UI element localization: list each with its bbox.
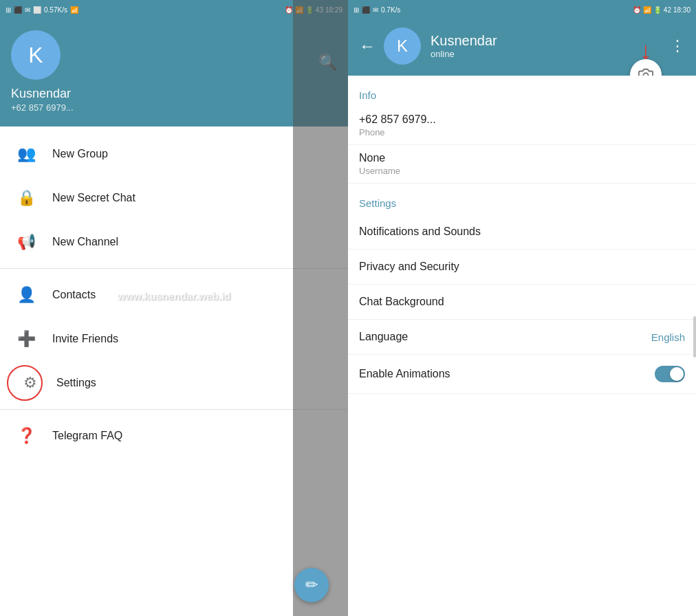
menu-list: 👥 New Group 🔒 New Secret Chat 📢 New Chan… (0, 126, 348, 616)
new-secret-chat-icon: 🔒 (14, 186, 39, 210)
invite-friends-icon: ➕ (14, 327, 39, 351)
contacts-label: Contacts (52, 289, 96, 301)
right-user-status: online (431, 49, 664, 59)
left-avatar: K (11, 30, 61, 80)
language-label: Language (359, 331, 408, 343)
right-status-bar: ⊞ ⬛ ✉ 0.7K/s ⏰ 📶 🔋 42 18:30 (348, 0, 696, 19)
menu-item-telegram-faq[interactable]: ❓ Telegram FAQ (0, 414, 348, 458)
left-status-bar: ⊞ ⬛ ✉ ⬜ 0.57K/s 📶 ⏰ 📶 🔋 43 18:29 (0, 0, 348, 19)
menu-item-contacts[interactable]: 👤 Contacts (0, 273, 348, 317)
left-username: Kusnendar (11, 87, 337, 101)
search-icon[interactable]: 🔍 (318, 54, 337, 72)
invite-friends-label: Invite Friends (52, 333, 118, 345)
more-options-button[interactable]: ⋮ (670, 37, 685, 55)
left-status-icons: ⊞ ⬛ ✉ ⬜ 0.57K/s 📶 (6, 6, 78, 14)
right-battery-level: 42 (664, 6, 671, 14)
scroll-indicator (693, 316, 696, 358)
phone-row: +62 857 6979... Phone (348, 107, 696, 145)
menu-item-new-group[interactable]: 👥 New Group (0, 132, 348, 176)
right-username: Kusnendar (431, 33, 664, 49)
new-secret-chat-label: New Secret Chat (52, 192, 135, 204)
right-clock-icon: ⏰ (633, 6, 641, 14)
contacts-icon: 👤 (14, 283, 39, 307)
right-content: Info +62 857 6979... Phone None Username… (348, 76, 696, 616)
right-app-icon-3: ✉ (373, 6, 378, 14)
enable-animations-row[interactable]: Enable Animations (348, 355, 696, 394)
battery-icon: 🔋 (305, 6, 314, 14)
app-icon-3: ✉ (25, 6, 30, 14)
new-channel-icon: 📢 (14, 230, 39, 254)
right-status-icons: ⏰ 📶 🔋 43 18:29 (285, 6, 342, 14)
new-channel-label: New Channel (52, 236, 118, 248)
left-panel: ⊞ ⬛ ✉ ⬜ 0.57K/s 📶 ⏰ 📶 🔋 43 18:29 K Kusne… (0, 0, 348, 616)
phone-label: Phone (359, 127, 685, 138)
language-value: English (651, 331, 685, 343)
right-speed: 0.7K/s (381, 6, 400, 14)
menu-item-new-channel[interactable]: 📢 New Channel (0, 220, 348, 264)
back-button[interactable]: ← (359, 36, 376, 56)
right-status-right-icons: ⏰ 📶 🔋 42 18:30 (633, 6, 690, 14)
notifications-sounds-label: Notifications and Sounds (359, 226, 481, 238)
clock-icon: ⏰ (285, 6, 293, 14)
right-battery-icon: 🔋 (653, 6, 662, 14)
right-panel: ⊞ ⬛ ✉ 0.7K/s ⏰ 📶 🔋 42 18:30 ← K Kusnenda… (348, 0, 696, 616)
time-left: 18:29 (325, 6, 342, 14)
right-status-left-icons: ⊞ ⬛ ✉ 0.7K/s (354, 6, 400, 14)
right-app-icon-2: ⬛ (362, 6, 370, 14)
left-header: K Kusnendar +62 857 6979... 🔍 (0, 19, 348, 126)
menu-item-invite-friends[interactable]: ➕ Invite Friends (0, 317, 348, 361)
chat-background-row[interactable]: Chat Background (348, 285, 696, 320)
menu-item-settings[interactable]: ⚙ Settings (0, 361, 348, 405)
menu-item-new-secret-chat[interactable]: 🔒 New Secret Chat (0, 176, 348, 220)
fab-button[interactable]: ✏ (294, 568, 329, 602)
phone-value: +62 857 6979... (359, 113, 685, 126)
right-time: 18:30 (673, 6, 690, 14)
animations-toggle[interactable] (655, 366, 685, 382)
settings-icon: ⚙ (18, 371, 43, 395)
new-group-label: New Group (52, 148, 108, 160)
faq-icon: ❓ (14, 424, 39, 448)
left-userphone: +62 857 6979... (11, 102, 337, 113)
menu-divider-1 (0, 268, 348, 269)
speed-indicator: 0.57K/s (44, 6, 67, 14)
app-icon-2: ⬛ (14, 6, 22, 14)
settings-label: Settings (56, 377, 96, 389)
chat-background-label: Chat Background (359, 296, 444, 308)
new-group-icon: 👥 (14, 142, 39, 166)
enable-animations-label: Enable Animations (359, 368, 450, 380)
right-header: ← K Kusnendar online ⋮ ↓ (348, 19, 696, 76)
wifi-icon: 📶 (295, 6, 303, 14)
app-icon-4: ⬜ (33, 6, 41, 14)
info-section-header: Info (348, 76, 696, 107)
username-value: None (359, 152, 685, 164)
right-avatar: K (384, 28, 421, 65)
settings-section-header: Settings (348, 184, 696, 214)
right-header-info: Kusnendar online (431, 33, 664, 59)
toggle-knob (670, 367, 684, 381)
right-wifi-icon: 📶 (643, 6, 651, 14)
right-app-icon-1: ⊞ (354, 6, 359, 14)
username-label: Username (359, 166, 685, 176)
signal-icon: 📶 (70, 6, 78, 14)
username-row: None Username (348, 145, 696, 184)
battery-level: 43 (316, 6, 323, 14)
menu-divider-2 (0, 409, 348, 410)
notifications-sounds-row[interactable]: Notifications and Sounds (348, 214, 696, 250)
privacy-security-row[interactable]: Privacy and Security (348, 250, 696, 285)
language-row[interactable]: Language English (348, 320, 696, 355)
app-icon-1: ⊞ (6, 6, 11, 14)
faq-label: Telegram FAQ (52, 430, 122, 442)
privacy-security-label: Privacy and Security (359, 261, 459, 273)
